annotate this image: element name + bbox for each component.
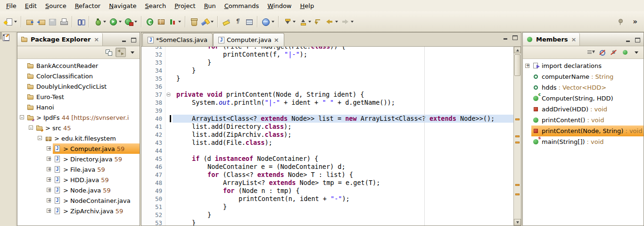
- member-item[interactable]: import declarations: [523, 60, 644, 71]
- dropdown-arrow-icon[interactable]: [211, 21, 214, 23]
- code-line[interactable]: 34}: [141, 67, 514, 75]
- menu-item-edit[interactable]: Edit: [21, 1, 41, 11]
- code-line[interactable]: 39: [141, 107, 514, 115]
- tree-item[interactable]: > ZipArchiv.java 59: [17, 206, 140, 216]
- dropdown-arrow-icon[interactable]: [308, 21, 311, 23]
- dropdown-arrow-icon[interactable]: [119, 21, 122, 23]
- code-line[interactable]: 38System.out.println("|-" + ident + " " …: [141, 99, 514, 107]
- expander-expand-icon[interactable]: [45, 195, 53, 206]
- hide-static-icon[interactable]: [609, 48, 619, 57]
- expander-expand-icon[interactable]: [45, 154, 53, 164]
- expander-expand-icon[interactable]: [45, 164, 53, 175]
- member-item[interactable]: main(String[]) : void: [523, 136, 644, 147]
- code-line[interactable]: 46NodeContainer e = (NodeContainer) d;: [141, 163, 514, 171]
- close-tab-icon[interactable]: [274, 36, 279, 43]
- code-line[interactable]: 33}: [141, 59, 514, 67]
- tree-item[interactable]: > src 45: [17, 123, 140, 133]
- code-line[interactable]: 37private void printContent(Node d, Stri…: [141, 91, 514, 99]
- web-browser-button[interactable]: [261, 15, 275, 28]
- menu-item-run[interactable]: Run: [200, 1, 220, 11]
- code-line[interactable]: 49for (Node n : tmp) {: [141, 187, 514, 195]
- show-whitespace-button[interactable]: [232, 15, 243, 28]
- code-line[interactable]: 44: [141, 147, 514, 155]
- code-line[interactable]: 50printContent(n, ident + "-");: [141, 195, 514, 203]
- link-with-editor-button[interactable]: [116, 48, 126, 57]
- code-line[interactable]: 36: [141, 83, 514, 91]
- member-item[interactable]: addDrive(HDD) : void: [523, 104, 644, 115]
- code-editor[interactable]: 31for (File f : hdd.get(File.class)) {32…: [141, 47, 521, 226]
- code-line[interactable]: 47for (Class<? extends Node> T : list) {: [141, 171, 514, 179]
- minimize-button[interactable]: [502, 34, 509, 41]
- maximize-button[interactable]: [634, 37, 641, 43]
- expander-expand-icon[interactable]: [45, 175, 53, 185]
- tree-item[interactable]: > NodeContainer.java: [17, 195, 140, 206]
- tree-item[interactable]: Hanoi: [17, 102, 140, 112]
- tree-item[interactable]: ColorClassification: [17, 71, 140, 81]
- dropdown-arrow-icon[interactable]: [351, 21, 354, 23]
- editor-scrollbar[interactable]: [513, 47, 521, 226]
- menu-item-window[interactable]: Window: [263, 1, 296, 11]
- toolbar-overflow-chevron[interactable]: »: [633, 17, 637, 26]
- import-button[interactable]: [25, 15, 35, 28]
- pin-button[interactable]: [615, 15, 626, 28]
- last-edit-location-button[interactable]: [313, 15, 323, 28]
- minimize-button[interactable]: [121, 37, 128, 43]
- jar-export-button[interactable]: [189, 15, 199, 28]
- code-line[interactable]: 40ArrayList<Class<? extends Node>> list …: [141, 115, 514, 123]
- maximize-button[interactable]: [130, 37, 137, 43]
- dropdown-arrow-icon[interactable]: [178, 21, 181, 23]
- skip-breakpoints-button[interactable]: [75, 15, 86, 28]
- new-class-button[interactable]: [145, 15, 155, 28]
- scroll-up-button[interactable]: [514, 47, 521, 53]
- member-item[interactable]: hdds : Vector<HDD>: [523, 82, 644, 93]
- tree-item[interactable]: > HDD.java 59: [17, 175, 140, 185]
- previous-annotation-button[interactable]: [297, 15, 312, 28]
- editor-tab-someclass-java[interactable]: *SomeClass.java: [142, 33, 213, 46]
- dropdown-arrow-icon[interactable]: [335, 21, 338, 23]
- maximize-button[interactable]: [512, 34, 519, 41]
- tree-item[interactable]: > Computer.java 59: [17, 143, 140, 154]
- expander-collapse-icon[interactable]: [27, 123, 35, 133]
- editor-tab-computer-java[interactable]: Computer.java: [213, 33, 284, 46]
- view-menu-button[interactable]: [632, 48, 641, 57]
- block-selection-button[interactable]: [244, 15, 254, 28]
- expander-expand-icon[interactable]: [45, 143, 53, 154]
- run-button[interactable]: [108, 15, 123, 28]
- dropdown-arrow-icon[interactable]: [103, 21, 106, 23]
- expander-expand-icon[interactable]: [45, 185, 53, 195]
- tree-item[interactable]: > Node.java 59: [17, 185, 140, 195]
- code-line[interactable]: 42list.add(ZipArchiv.class);: [141, 131, 514, 139]
- menu-item-refactor[interactable]: Refactor: [71, 1, 105, 11]
- next-annotation-button[interactable]: [282, 15, 297, 28]
- menu-item-file[interactable]: File: [2, 1, 21, 11]
- dropdown-arrow-icon[interactable]: [14, 21, 17, 23]
- back-button[interactable]: [324, 15, 339, 28]
- package-explorer-tab[interactable]: Package Explorer: [17, 33, 103, 46]
- expander-collapse-icon[interactable]: [18, 112, 26, 123]
- code-line[interactable]: 35}: [141, 75, 514, 83]
- close-view-icon[interactable]: [570, 36, 577, 43]
- code-line[interactable]: 48ArrayList<? extends Node> tmp = e.get(…: [141, 179, 514, 187]
- code-line[interactable]: 41list.add(Directory.class);: [141, 123, 514, 131]
- print-button[interactable]: [58, 15, 69, 28]
- sort-icon[interactable]: [586, 48, 596, 57]
- mark-occurrences-button[interactable]: [221, 15, 231, 28]
- code-line[interactable]: 43list.add(File.class);: [141, 139, 514, 147]
- coverage-button[interactable]: [167, 15, 182, 28]
- tree-item[interactable]: BankAccountReader: [17, 60, 140, 71]
- close-view-icon[interactable]: [93, 36, 99, 43]
- scrollbar-thumb[interactable]: [514, 54, 520, 76]
- menu-item-source[interactable]: Source: [41, 1, 71, 11]
- tree-item[interactable]: > Directory.java 59: [17, 154, 140, 164]
- member-item[interactable]: Computer(String, HDD): [523, 93, 644, 104]
- new-package-button[interactable]: [156, 15, 166, 28]
- tree-item[interactable]: Euro-Test: [17, 92, 140, 102]
- member-item[interactable]: printContent(Node, String) : void: [523, 126, 644, 136]
- collapse-all-button[interactable]: [104, 48, 114, 57]
- dropdown-arrow-icon[interactable]: [134, 21, 137, 23]
- dropdown-arrow-icon[interactable]: [272, 21, 274, 23]
- tree-item[interactable]: > IpdFs 44 [https://svnserver.i: [17, 112, 140, 123]
- tree-item[interactable]: > edu.kit.filesystem: [17, 133, 140, 143]
- external-tools-button[interactable]: [124, 15, 138, 28]
- export-button[interactable]: [36, 15, 46, 28]
